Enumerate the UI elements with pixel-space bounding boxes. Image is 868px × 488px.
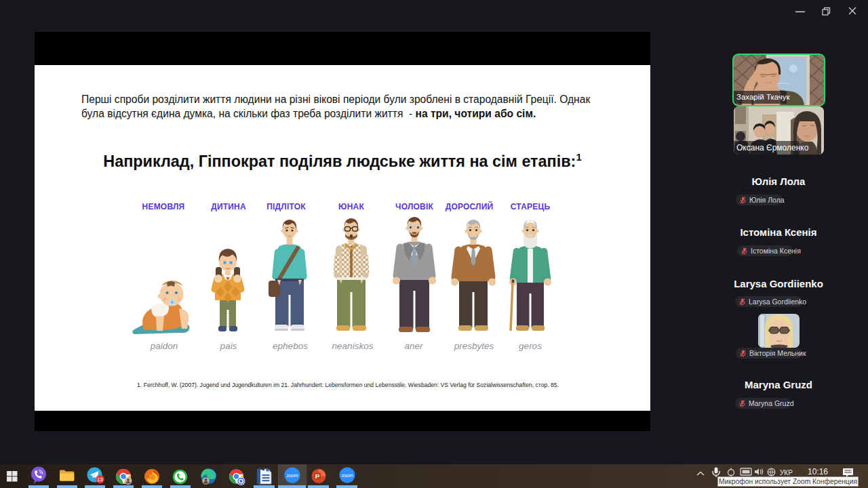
svg-text:zoom: zoom bbox=[286, 473, 298, 478]
svg-text:zoom: zoom bbox=[341, 473, 353, 478]
svg-text:P: P bbox=[315, 472, 320, 480]
svg-text:13: 13 bbox=[97, 476, 102, 483]
